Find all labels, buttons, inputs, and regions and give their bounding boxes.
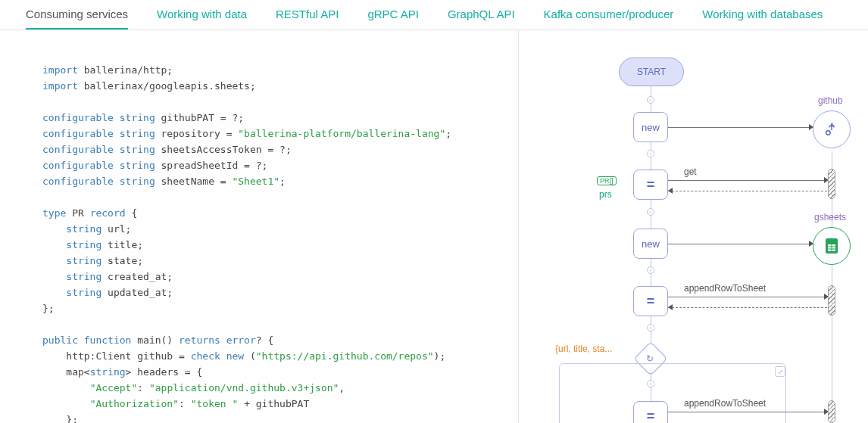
arrow-icon bbox=[809, 124, 813, 130]
diagram-connector bbox=[668, 307, 827, 308]
code-line: map<string> headers = { bbox=[42, 364, 491, 380]
code-line: "Accept": "application/vnd.github.v3+jso… bbox=[42, 380, 491, 396]
cloud-sync-icon bbox=[823, 121, 840, 138]
append-label: appendRowToSheet bbox=[684, 283, 766, 294]
append-label: appendRowToSheet bbox=[684, 398, 766, 409]
tab-kafka[interactable]: Kafka consumer/producer bbox=[544, 5, 674, 30]
start-node[interactable]: START bbox=[619, 58, 684, 86]
code-line: }; bbox=[42, 300, 491, 316]
code-line: string created_at; bbox=[42, 269, 491, 285]
lifeline-activation bbox=[828, 400, 835, 423]
plus-icon[interactable]: + bbox=[647, 324, 654, 331]
code-line: type PR record { bbox=[42, 205, 491, 221]
plus-icon[interactable]: + bbox=[647, 266, 654, 274]
svg-point-0 bbox=[826, 131, 831, 135]
plus-icon[interactable]: + bbox=[647, 96, 654, 104]
assign-node[interactable]: = bbox=[633, 401, 668, 423]
code-line bbox=[42, 94, 491, 110]
diagram-connector bbox=[668, 127, 812, 128]
code-line: }; bbox=[42, 412, 491, 423]
main-content: import ballerina/http; import ballerinax… bbox=[0, 30, 868, 423]
github-endpoint[interactable] bbox=[813, 110, 851, 148]
prs-label: prs bbox=[599, 189, 612, 200]
tab-consuming-services[interactable]: Consuming services bbox=[26, 5, 128, 30]
code-line: configurable string spreadSheetId = ?; bbox=[42, 157, 491, 173]
tab-grpc-api[interactable]: gRPC API bbox=[367, 5, 419, 30]
code-line: public function main() returns error? { bbox=[42, 332, 491, 348]
plus-icon[interactable]: + bbox=[647, 150, 654, 157]
sheets-icon bbox=[824, 238, 839, 254]
diagram-connector bbox=[668, 244, 812, 244]
arrow-icon bbox=[668, 304, 673, 310]
lifeline-activation bbox=[828, 285, 835, 316]
code-line bbox=[42, 316, 491, 332]
diagram-connector bbox=[668, 180, 827, 181]
code-line: import ballerina/http; bbox=[42, 62, 491, 78]
new-node[interactable]: new bbox=[633, 229, 668, 259]
lifeline-activation bbox=[828, 169, 835, 199]
code-line: configurable string sheetsAccessToken = … bbox=[42, 142, 491, 157]
arrow-icon bbox=[668, 188, 673, 194]
code-line: string title; bbox=[42, 237, 491, 253]
assign-node[interactable]: = bbox=[633, 170, 668, 200]
loop-body bbox=[559, 363, 786, 423]
plus-icon[interactable]: + bbox=[647, 208, 654, 216]
arrow-icon bbox=[809, 241, 813, 247]
loop-icon: ↻ bbox=[646, 353, 654, 364]
code-line: string state; bbox=[42, 253, 491, 269]
code-line: "Authorization": "token " + githubPAT bbox=[42, 396, 491, 412]
code-pane: import ballerina/http; import ballerinax… bbox=[0, 30, 519, 423]
get-label: get bbox=[684, 166, 697, 177]
code-line: configurable string sheetName = "Sheet1"… bbox=[42, 173, 491, 189]
gsheets-endpoint[interactable] bbox=[813, 227, 851, 265]
code-line: configurable string repository = "baller… bbox=[42, 126, 491, 142]
code-line: configurable string githubPAT = ?; bbox=[42, 110, 491, 126]
code-line: string updated_at; bbox=[42, 285, 491, 300]
tab-graphql-api[interactable]: GraphQL API bbox=[448, 5, 515, 30]
diagram-connector bbox=[668, 191, 827, 191]
code-line: import ballerinax/googleapis.sheets; bbox=[42, 78, 491, 94]
loop-var-label: {url, title, sta... bbox=[555, 344, 612, 354]
diagram-connector bbox=[668, 297, 827, 297]
gsheets-label: gsheets bbox=[814, 212, 846, 222]
code-line: http:Client github = check new ("https:/… bbox=[42, 348, 491, 364]
tab-working-with-data[interactable]: Working with data bbox=[157, 5, 247, 30]
tab-bar: Consuming services Working with data RES… bbox=[0, 0, 868, 30]
new-node[interactable]: new bbox=[633, 112, 668, 142]
tab-restful-api[interactable]: RESTful API bbox=[276, 5, 339, 30]
diagram-connector bbox=[668, 412, 827, 412]
assign-node[interactable]: = bbox=[633, 286, 668, 316]
plus-icon[interactable]: + bbox=[647, 380, 654, 387]
tab-databases[interactable]: Working with databases bbox=[702, 5, 823, 30]
prs-type-badge: PR[] bbox=[597, 176, 617, 185]
expand-icon[interactable]: ⤢ bbox=[775, 366, 785, 377]
diagram-pane: START + new + github PR[] prs = get + gs… bbox=[519, 30, 868, 423]
code-line: string url; bbox=[42, 221, 491, 237]
github-label: github bbox=[818, 95, 843, 106]
code-line bbox=[42, 189, 491, 205]
